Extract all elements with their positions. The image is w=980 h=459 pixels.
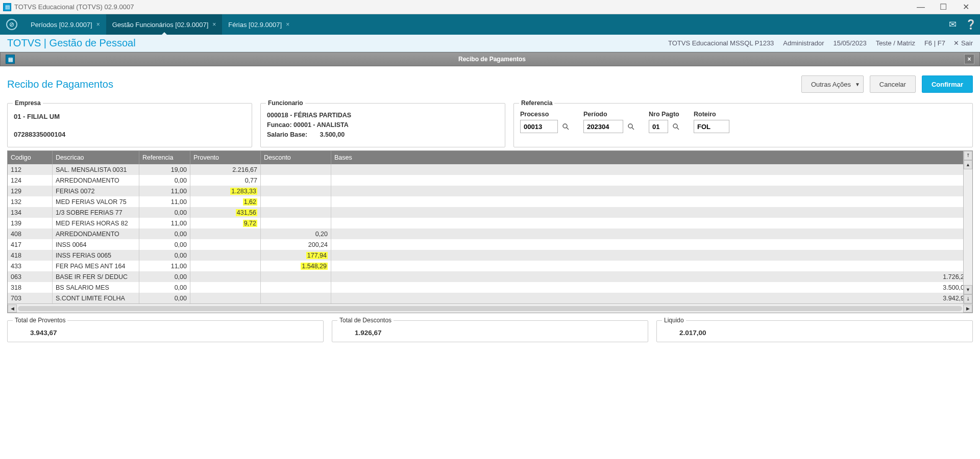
- cell: [331, 228, 972, 239]
- svg-point-0: [563, 124, 567, 128]
- scroll-down-icon[interactable]: ▼: [964, 285, 972, 294]
- window-icon: ▤: [6, 55, 15, 64]
- close-icon[interactable]: ×: [96, 21, 100, 28]
- table-row[interactable]: 703S.CONT LIMITE FOLHA0,003.942,90: [8, 293, 972, 303]
- close-window-button[interactable]: ✕: [954, 1, 977, 13]
- cell: 0,20: [261, 228, 331, 239]
- cell: 124: [8, 175, 53, 186]
- cell: 0,77: [190, 175, 261, 186]
- cell: FERIAS 0072: [53, 186, 139, 196]
- col-referencia[interactable]: Referencia: [139, 151, 190, 164]
- table-row[interactable]: 063BASE IR FER S/ DEDUC0,001.726,23: [8, 271, 972, 282]
- table-row[interactable]: 112SAL. MENSALISTA 003119,002.216,67: [8, 164, 972, 175]
- cancel-button[interactable]: Cancelar: [870, 75, 916, 93]
- tab-gestao-funcionarios[interactable]: Gestão Funcionários [02.9.0007] ×: [106, 14, 223, 35]
- cell: [190, 282, 261, 293]
- inner-close-button[interactable]: ×: [964, 54, 974, 64]
- scroll-bottom-icon[interactable]: ⤓: [964, 294, 972, 303]
- vertical-scrollbar[interactable]: ⤒ ▲ ▼ ⤓: [963, 151, 972, 303]
- group-empresa: Empresa 01 - FILIAL UM 07288335000104: [7, 103, 252, 147]
- col-desconto[interactable]: Desconto: [261, 151, 331, 164]
- cell: 318: [8, 282, 53, 293]
- cell: [261, 175, 331, 186]
- tab-label: Períodos [02.9.0007]: [31, 21, 92, 29]
- scroll-top-icon[interactable]: ⤒: [964, 151, 972, 160]
- table-row[interactable]: 129FERIAS 007211,001.283,33: [8, 186, 972, 196]
- horizontal-scrollbar[interactable]: ◀ ▶: [8, 303, 972, 313]
- lookup-icon[interactable]: [671, 122, 680, 131]
- cell: [261, 282, 331, 293]
- module-title: TOTVS | Gestão de Pessoal: [7, 37, 659, 49]
- table-row[interactable]: 408ARREDONDAMENTO0,000,20: [8, 228, 972, 239]
- cell: BS SALARIO MES: [53, 282, 139, 293]
- cell: S.CONT LIMITE FOLHA: [53, 293, 139, 303]
- exit-label: Sair: [961, 39, 973, 47]
- salario-base-label: Salario Base:: [267, 131, 307, 138]
- table-row[interactable]: 433FER PAG MES ANT 16411,001.548,29: [8, 261, 972, 271]
- col-descricao[interactable]: Descricao: [53, 151, 139, 164]
- table-row[interactable]: 132MED FERIAS VALOR 7511,001,62: [8, 196, 972, 207]
- nropagto-input[interactable]: [649, 120, 668, 133]
- field-processo: Processo: [520, 111, 570, 133]
- chevron-down-icon: ▼: [855, 82, 860, 87]
- col-provento[interactable]: Provento: [190, 151, 261, 164]
- group-legend: Total de Descontos: [337, 317, 394, 324]
- button-label: Cancelar: [879, 81, 906, 88]
- cell: 063: [8, 271, 53, 282]
- funcionario-line2: Funcao: 00001 - ANALISTA: [267, 120, 499, 130]
- cell: 1,62: [190, 196, 261, 207]
- table-row[interactable]: 124ARREDONDAMENTO0,000,77: [8, 175, 972, 186]
- nav-round-button[interactable]: ⊘: [4, 14, 19, 35]
- table-row[interactable]: 418INSS FERIAS 00650,00177,94: [8, 250, 972, 261]
- cell: 112: [8, 164, 53, 175]
- cell: 129: [8, 186, 53, 196]
- total-proventos-value: 3.943,67: [15, 329, 316, 337]
- lookup-icon[interactable]: [626, 122, 635, 131]
- table-row[interactable]: 318BS SALARIO MES0,003.500,00: [8, 282, 972, 293]
- cell: 19,00: [139, 164, 190, 175]
- cell: 1/3 SOBRE FERIAS 77: [53, 207, 139, 218]
- group-legend: Referencia: [519, 99, 554, 107]
- date-label: 15/05/2023: [834, 39, 867, 47]
- close-icon[interactable]: ×: [286, 21, 289, 28]
- help-icon[interactable]: ❔: [962, 14, 980, 35]
- maximize-button[interactable]: ☐: [932, 1, 954, 13]
- table-row[interactable]: 139MED FERIAS HORAS 8211,009,72: [8, 218, 972, 228]
- other-actions-button[interactable]: Outras Ações ▼: [801, 75, 864, 93]
- mail-icon[interactable]: ✉: [943, 14, 962, 35]
- periodo-input[interactable]: [583, 120, 623, 133]
- cell: ARREDONDAMENTO: [53, 228, 139, 239]
- cell: 0,00: [139, 271, 190, 282]
- scroll-left-icon[interactable]: ◀: [8, 304, 17, 313]
- cell: [261, 207, 331, 218]
- button-label: Confirmar: [932, 81, 963, 88]
- field-label: Nro Pagto: [649, 111, 680, 118]
- confirm-button[interactable]: Confirmar: [922, 75, 973, 93]
- lookup-icon[interactable]: [561, 122, 570, 131]
- cell: [261, 271, 331, 282]
- close-icon: ✕: [953, 39, 959, 47]
- user-label: Administrador: [783, 39, 824, 47]
- cell: 431,56: [190, 207, 261, 218]
- tab-periodos[interactable]: Períodos [02.9.0007] ×: [24, 14, 106, 35]
- cell: [190, 271, 261, 282]
- env-label: TOTVS Educacional MSSQL P1233: [668, 39, 774, 47]
- scroll-up-icon[interactable]: ▲: [964, 160, 972, 169]
- exit-button[interactable]: ✕ Sair: [953, 39, 973, 47]
- tab-label: Férias [02.9.0007]: [228, 21, 282, 29]
- close-icon[interactable]: ×: [212, 21, 216, 28]
- total-descontos-value: 1.926,67: [339, 329, 641, 337]
- col-bases[interactable]: Bases: [331, 151, 972, 164]
- svg-line-3: [632, 128, 634, 130]
- table-row[interactable]: 1341/3 SOBRE FERIAS 770,00431,56: [8, 207, 972, 218]
- cell: 3.500,00: [331, 282, 972, 293]
- processo-input[interactable]: [520, 120, 558, 133]
- page-title: Recibo de Pagamentos: [7, 79, 801, 90]
- tab-ferias[interactable]: Férias [02.9.0007] ×: [222, 14, 296, 35]
- scroll-right-icon[interactable]: ▶: [963, 304, 972, 313]
- col-codigo[interactable]: Codigo: [8, 151, 53, 164]
- minimize-button[interactable]: —: [910, 1, 932, 13]
- table-row[interactable]: 417INSS 00640,00200,24: [8, 239, 972, 250]
- field-roteiro: Roteiro: [694, 111, 729, 133]
- roteiro-input[interactable]: [694, 120, 729, 133]
